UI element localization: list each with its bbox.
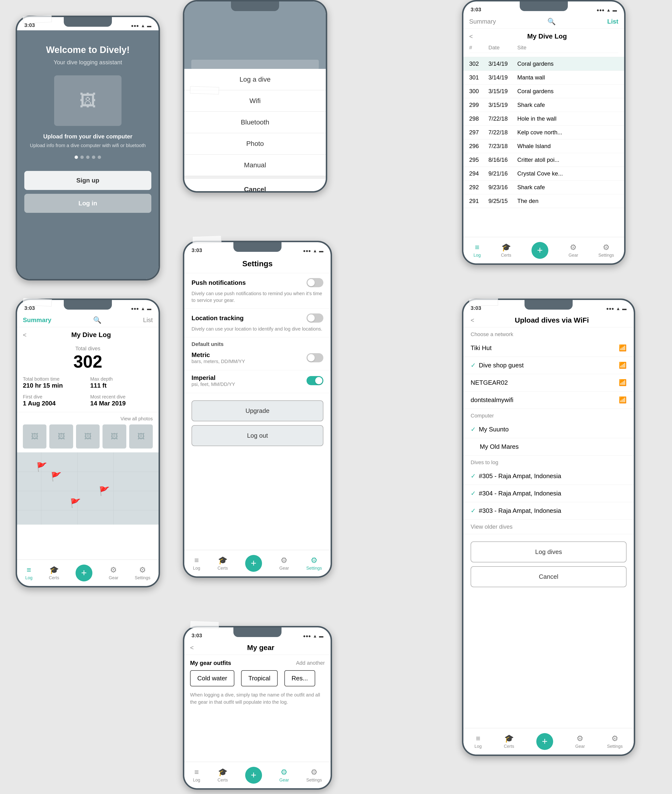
wifi-signal-icon-3: 📶: [619, 379, 627, 387]
network-netgear[interactable]: NETGEAR02 📶: [463, 374, 634, 391]
max-depth-value: 111 ft: [90, 382, 153, 389]
logout-button[interactable]: Log out: [192, 425, 323, 446]
network-dive-shop[interactable]: ✓ Dive shop guest 📶: [463, 357, 634, 374]
search-icon[interactable]: 🔍: [547, 18, 556, 26]
nav-add-summary[interactable]: +: [75, 565, 93, 581]
photo-1[interactable]: 🖼: [23, 425, 46, 449]
tab-list[interactable]: List: [607, 18, 618, 25]
bottom-nav-summary: ≡ Log 🎓 Certs + ⚙ Gear ⚙ Settings: [17, 560, 158, 586]
dive-row-300[interactable]: 3003/15/19Coral gardens: [463, 85, 624, 98]
nav-add-gear[interactable]: +: [245, 767, 262, 784]
settings-icon-wifi: ⚙: [611, 734, 618, 743]
outfit-tropical[interactable]: Tropical: [241, 670, 278, 687]
upload-label: Upload from your dive computer: [43, 133, 133, 140]
dive-row-298[interactable]: 2987/22/18Hole in the wall: [463, 112, 624, 126]
log-icon: ≡: [475, 243, 480, 252]
nav-settings[interactable]: ⚙ Settings: [598, 243, 614, 258]
photo-5[interactable]: 🖼: [129, 425, 153, 449]
signup-button[interactable]: Sign up: [24, 171, 151, 190]
action-item-photo[interactable]: Photo: [184, 133, 326, 154]
add-another-btn[interactable]: Add another: [296, 660, 325, 666]
nav-gear-gear[interactable]: ⚙ Gear: [279, 768, 289, 783]
wifi-icon-4: ▲: [141, 306, 145, 311]
outfit-cold-water[interactable]: Cold water: [190, 670, 234, 687]
dive-row-297[interactable]: 2977/22/18Kelp cove north...: [463, 126, 624, 140]
dive-row-292[interactable]: 2929/23/16Shark cafe: [463, 181, 624, 194]
gear-title: My gear: [197, 643, 325, 652]
dives-to-log-list: ✓ #305 - Raja Ampat, Indonesia ✓ #304 - …: [463, 468, 634, 520]
nav-gear-summary[interactable]: ⚙ Gear: [109, 565, 118, 581]
photo-3[interactable]: 🖼: [76, 425, 99, 449]
nav-gear[interactable]: ⚙ Gear: [568, 243, 578, 258]
dive-row-302[interactable]: 3023/14/19Coral gardens: [463, 57, 624, 71]
imperial-toggle[interactable]: [307, 376, 323, 385]
tape-5: [192, 236, 222, 244]
push-notif-toggle[interactable]: [307, 278, 323, 287]
back-btn-wifi[interactable]: <: [470, 317, 474, 324]
nav-log-gear[interactable]: ≡ Log: [193, 768, 200, 783]
nav-settings-settings[interactable]: ⚙ Settings: [306, 556, 322, 571]
gear-icon-settings: ⚙: [280, 556, 288, 565]
outfit-res[interactable]: Res...: [285, 670, 315, 687]
dive-item-304[interactable]: ✓ #304 - Raja Ampat, Indonesia: [463, 485, 634, 502]
nav-log-wifi[interactable]: ≡ Log: [474, 734, 482, 749]
dive-row-301[interactable]: 3013/14/19Manta wall: [463, 71, 624, 85]
phone-notch-2: [231, 2, 279, 11]
computer-mares[interactable]: My Old Mares: [463, 438, 634, 456]
action-item-manual[interactable]: Manual: [184, 154, 326, 176]
search-icon-summary[interactable]: 🔍: [93, 316, 102, 324]
back-btn-gear[interactable]: <: [190, 644, 194, 651]
metric-desc: bars, meters, DD/MM/YY: [192, 359, 245, 364]
dive-row-295[interactable]: 2958/16/16Critter atoll poi...: [463, 153, 624, 167]
upgrade-button[interactable]: Upgrade: [192, 400, 323, 421]
photo-4[interactable]: 🖼: [102, 425, 126, 449]
dive-row-291[interactable]: 2919/25/15The den: [463, 194, 624, 208]
nav-log[interactable]: ≡ Log: [474, 243, 481, 258]
network-dontstealmywifi[interactable]: dontstealmywifi 📶: [463, 391, 634, 409]
view-all-photos[interactable]: View all photos: [120, 416, 153, 422]
nav-gear-wifi[interactable]: ⚙ Gear: [575, 734, 585, 749]
nav-log-settings[interactable]: ≡ Log: [193, 556, 200, 571]
dive-item-305[interactable]: ✓ #305 - Raja Ampat, Indonesia: [463, 468, 634, 485]
dive-list-phone: 3:03 ●●● ▲ ▬ Summary 🔍 List < My Dive Lo…: [462, 0, 626, 265]
nav-add-settings[interactable]: +: [245, 555, 262, 572]
photo-2[interactable]: 🖼: [49, 425, 73, 449]
nav-gear-settings[interactable]: ⚙ Gear: [279, 556, 289, 571]
computer-suunto[interactable]: ✓ My Suunto: [463, 421, 634, 438]
cancel-wifi-button[interactable]: Cancel: [470, 566, 627, 587]
nav-add-wifi[interactable]: +: [536, 733, 553, 750]
view-older-dives[interactable]: View older dives: [470, 523, 512, 530]
nav-certs-summary[interactable]: 🎓 Certs: [49, 565, 59, 581]
back-btn-list[interactable]: <: [469, 33, 473, 40]
back-btn-summary[interactable]: <: [23, 331, 26, 339]
dive-row-299[interactable]: 2993/15/19Shark cafe: [463, 98, 624, 112]
nav-log-summary[interactable]: ≡ Log: [25, 566, 32, 581]
computer-list: ✓ My Suunto My Old Mares: [463, 421, 634, 456]
tab-list-summary[interactable]: List: [143, 316, 153, 324]
location-toggle[interactable]: [307, 313, 323, 322]
action-sheet-phone: Log a dive Wifi Bluetooth Photo Manual C…: [183, 0, 327, 192]
nav-certs[interactable]: 🎓 Certs: [501, 243, 511, 258]
nav-certs-settings[interactable]: 🎓 Certs: [218, 556, 228, 571]
col-num: #: [469, 45, 488, 51]
nav-settings-wifi[interactable]: ⚙ Settings: [607, 734, 623, 749]
nav-add[interactable]: +: [531, 242, 548, 259]
nav-certs-wifi[interactable]: 🎓 Certs: [504, 734, 514, 749]
action-item-cancel[interactable]: Cancel: [184, 179, 326, 191]
settings-phone: 3:03 ●●● ▲ ▬ Settings Push notifications…: [183, 241, 332, 578]
checkmark-305: ✓: [470, 472, 476, 480]
nav-settings-summary[interactable]: ⚙ Settings: [135, 565, 150, 581]
nav-certs-gear[interactable]: 🎓 Certs: [218, 768, 228, 783]
action-item-bluetooth[interactable]: Bluetooth: [184, 112, 326, 133]
tab-summary-active[interactable]: Summary: [23, 316, 51, 324]
add-icon: +: [537, 245, 542, 256]
dive-item-303[interactable]: ✓ #303 - Raja Ampat, Indonesia: [463, 502, 634, 520]
login-button[interactable]: Log in: [24, 194, 151, 213]
nav-settings-gear[interactable]: ⚙ Settings: [306, 768, 322, 783]
log-dives-button[interactable]: Log dives: [470, 541, 627, 562]
dive-row-294[interactable]: 2949/21/16Crystal Cove ke...: [463, 167, 624, 181]
dive-row-296[interactable]: 2967/23/18Whale Island: [463, 140, 624, 153]
network-tiki-hut[interactable]: Tiki Hut 📶: [463, 340, 634, 357]
tab-summary[interactable]: Summary: [469, 18, 496, 25]
metric-toggle[interactable]: [307, 353, 323, 363]
